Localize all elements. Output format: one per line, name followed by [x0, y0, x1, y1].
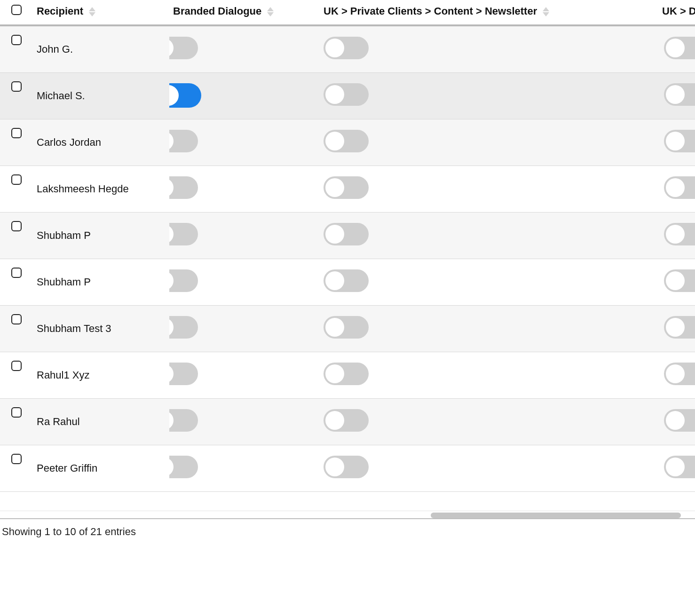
- row-select-cell: [0, 399, 33, 445]
- row-select-checkbox[interactable]: [11, 454, 22, 464]
- column-header-branded-label: Branded Dialogue: [173, 5, 261, 17]
- column-header-newsletter[interactable]: UK > Private Clients > Content > Newslet…: [320, 0, 658, 25]
- newsletter-cell: [320, 73, 658, 119]
- row-select-checkbox[interactable]: [11, 174, 22, 185]
- row-select-checkbox[interactable]: [11, 81, 22, 92]
- branded-dialogue-toggle[interactable]: [169, 130, 198, 152]
- toggle-knob: [666, 225, 685, 244]
- branded-dialogue-toggle[interactable]: [169, 456, 198, 478]
- row-select-checkbox[interactable]: [11, 268, 22, 278]
- table-row: Michael S.: [0, 73, 695, 119]
- dfm-cell: [658, 306, 695, 352]
- recipient-name: Shubham P: [37, 276, 91, 288]
- row-select-cell: [0, 25, 33, 73]
- column-header-dfm[interactable]: UK > DFM: [658, 0, 695, 25]
- row-select-checkbox[interactable]: [11, 221, 22, 231]
- branded-dialogue-toggle[interactable]: [169, 37, 198, 59]
- table-row: Shubham P: [0, 259, 695, 306]
- toggle-knob: [169, 458, 174, 476]
- newsletter-toggle[interactable]: [324, 409, 369, 432]
- dfm-toggle[interactable]: [664, 269, 695, 292]
- row-select-cell: [0, 166, 33, 213]
- row-select-cell: [0, 306, 33, 352]
- recipient-name: Shubham P: [37, 229, 91, 241]
- newsletter-toggle[interactable]: [324, 37, 369, 59]
- dfm-cell: [658, 25, 695, 73]
- dfm-cell: [658, 352, 695, 399]
- table-row: Ra Rahul: [0, 399, 695, 445]
- branded-dialogue-cell: [169, 259, 320, 306]
- table-row: Peeter Griffin: [0, 445, 695, 492]
- dfm-toggle[interactable]: [664, 363, 695, 385]
- dfm-toggle[interactable]: [664, 176, 695, 199]
- toggle-knob: [169, 318, 174, 337]
- newsletter-cell: [320, 166, 658, 213]
- row-select-cell: [0, 73, 33, 119]
- row-select-checkbox[interactable]: [11, 35, 22, 45]
- row-select-checkbox[interactable]: [11, 314, 22, 324]
- recipient-cell: Michael S.: [33, 73, 169, 119]
- recipient-cell: Peeter Griffin: [33, 445, 169, 492]
- dfm-toggle[interactable]: [664, 83, 695, 106]
- branded-dialogue-toggle[interactable]: [169, 223, 198, 245]
- dfm-toggle[interactable]: [664, 37, 695, 59]
- newsletter-toggle[interactable]: [324, 456, 369, 478]
- row-select-checkbox[interactable]: [11, 128, 22, 138]
- recipient-cell: Carlos Jordan: [33, 119, 169, 166]
- row-select-cell: [0, 213, 33, 259]
- dfm-toggle[interactable]: [664, 223, 695, 245]
- sort-icon: [89, 7, 95, 16]
- toggle-knob: [169, 132, 174, 150]
- branded-dialogue-toggle[interactable]: [169, 363, 198, 385]
- newsletter-cell: [320, 259, 658, 306]
- branded-dialogue-toggle[interactable]: [169, 83, 201, 108]
- recipient-name: Rahul1 Xyz: [37, 369, 90, 381]
- recipient-cell: Ra Rahul: [33, 399, 169, 445]
- newsletter-toggle[interactable]: [324, 316, 369, 339]
- branded-dialogue-toggle[interactable]: [169, 409, 198, 432]
- newsletter-toggle[interactable]: [324, 223, 369, 245]
- horizontal-scrollbar[interactable]: [0, 511, 695, 519]
- newsletter-toggle[interactable]: [324, 363, 369, 385]
- newsletter-toggle[interactable]: [324, 269, 369, 292]
- branded-dialogue-toggle[interactable]: [169, 269, 198, 292]
- row-select-cell: [0, 352, 33, 399]
- toggle-knob: [325, 458, 344, 476]
- scrollbar-thumb[interactable]: [431, 513, 681, 518]
- row-select-cell: [0, 119, 33, 166]
- table-header-row: Recipient Branded Dialogue UK > Private …: [0, 0, 695, 25]
- column-header-recipient[interactable]: Recipient: [33, 0, 169, 25]
- newsletter-toggle[interactable]: [324, 176, 369, 199]
- dfm-toggle[interactable]: [664, 409, 695, 432]
- toggle-knob: [666, 39, 685, 57]
- dfm-toggle[interactable]: [664, 456, 695, 478]
- dfm-toggle[interactable]: [664, 316, 695, 339]
- branded-dialogue-cell: [169, 445, 320, 492]
- branded-dialogue-toggle[interactable]: [169, 316, 198, 339]
- newsletter-cell: [320, 306, 658, 352]
- toggle-knob: [325, 225, 344, 244]
- newsletter-cell: [320, 25, 658, 73]
- toggle-knob: [666, 178, 685, 197]
- newsletter-toggle[interactable]: [324, 130, 369, 152]
- row-select-checkbox[interactable]: [11, 407, 22, 418]
- toggle-knob: [169, 411, 174, 430]
- table-row: Shubham P: [0, 213, 695, 259]
- toggle-knob: [325, 132, 344, 150]
- toggle-knob: [666, 85, 685, 104]
- toggle-knob: [169, 39, 174, 57]
- dfm-toggle[interactable]: [664, 130, 695, 152]
- recipient-name: Carlos Jordan: [37, 136, 101, 148]
- toggle-knob: [666, 458, 685, 476]
- branded-dialogue-cell: [169, 73, 320, 119]
- toggle-knob: [666, 271, 685, 290]
- sort-icon: [543, 7, 549, 16]
- branded-dialogue-toggle[interactable]: [169, 176, 198, 199]
- recipient-cell: Lakshmeesh Hegde: [33, 166, 169, 213]
- toggle-knob: [325, 364, 344, 383]
- toggle-knob: [325, 39, 344, 57]
- newsletter-toggle[interactable]: [324, 83, 369, 106]
- column-header-branded[interactable]: Branded Dialogue: [169, 0, 320, 25]
- select-all-checkbox[interactable]: [11, 5, 22, 15]
- row-select-checkbox[interactable]: [11, 361, 22, 371]
